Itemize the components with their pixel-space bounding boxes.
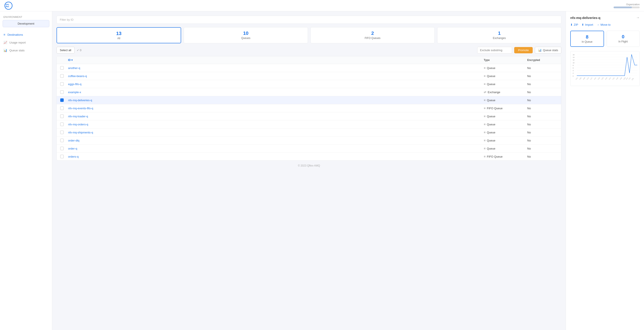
svg-text:0:01: 0:01: [576, 77, 578, 80]
type-icon-2: ≡: [484, 82, 486, 86]
org-section: Organization: [614, 3, 640, 8]
row-checkbox-0[interactable]: [60, 66, 64, 70]
table-row[interactable]: nfx-mq-loader-q ≡ Queue No: [57, 112, 561, 120]
row-type-10: ≡ Queue: [484, 147, 527, 150]
zip-action[interactable]: ⬇ ZIP: [570, 23, 578, 26]
row-id-10[interactable]: order-q: [68, 147, 484, 150]
toolbar: Select all ✓ 0 Promote 📊 Queue stats: [56, 47, 562, 54]
table-row[interactable]: nfx-mq-events-fifo-q ≡ FIFO Queue No: [57, 104, 561, 112]
stats-row: 13 All 10 Queues 2 FIFO Queues 1 Exchang…: [56, 27, 562, 43]
stat-card-fifo[interactable]: 2 FIFO Queues: [310, 27, 434, 43]
row-checkbox-7[interactable]: [60, 122, 64, 126]
table-row[interactable]: order-dlq ≡ Queue No: [57, 136, 561, 144]
in-queue-stat[interactable]: 8 In Queue: [570, 31, 604, 47]
upload-icon: ⬆: [582, 23, 584, 26]
org-label: Organization: [626, 3, 640, 6]
table-row[interactable]: eggs-fifo-q ≡ Queue No: [57, 80, 561, 88]
table-row[interactable]: orders-q ≡ FIFO Queue No: [57, 152, 561, 160]
panel-title: nfx-mq-deliveries-q: [570, 16, 600, 20]
svg-text:0:21: 0:21: [594, 77, 596, 80]
row-id-6[interactable]: nfx-mq-loader-q: [68, 115, 484, 118]
promote-button[interactable]: Promote: [514, 47, 533, 53]
row-id-1[interactable]: coffee-beans-q: [68, 74, 484, 78]
select-all-button[interactable]: Select all: [56, 47, 74, 54]
row-checkbox-6[interactable]: [60, 114, 64, 118]
move-to-action[interactable]: → Move to: [596, 23, 610, 26]
row-encrypted-10: No: [527, 147, 558, 150]
stat-card-exchanges[interactable]: 1 Exchanges: [437, 27, 562, 43]
row-id-4[interactable]: nfx-mq-deliveries-q: [68, 99, 484, 102]
row-encrypted-3: No: [527, 91, 558, 94]
in-flight-label: In Flight: [610, 40, 636, 43]
queue-stats-row: 8 In Queue 0 In Flight: [570, 31, 640, 47]
filter-input[interactable]: [60, 18, 558, 21]
chart-container: 16 14 12 10 8 6 4 2 0: [570, 51, 640, 86]
table-header: ID ▾ Type Encrypted: [57, 56, 561, 64]
svg-text:14: 14: [573, 56, 575, 58]
in-flight-stat[interactable]: 0 In Flight: [606, 31, 640, 47]
close-icon[interactable]: →: [636, 16, 640, 20]
svg-text:0:45: 0:45: [616, 77, 618, 80]
type-icon-11: ≡: [484, 155, 486, 158]
row-type-0: ≡ Queue: [484, 66, 527, 70]
row-checkbox-9[interactable]: [60, 139, 64, 142]
th-checkbox: [60, 59, 68, 62]
svg-text:0:17: 0:17: [590, 77, 593, 80]
row-id-5[interactable]: nfx-mq-events-fifo-q: [68, 107, 484, 110]
table-row[interactable]: nfx-mq-orders-q ≡ Queue No: [57, 120, 561, 128]
import-action[interactable]: ⬆ Import: [582, 23, 593, 26]
row-checkbox-cell: [60, 106, 68, 110]
row-checkbox-cell: [60, 114, 68, 118]
row-checkbox-3[interactable]: [60, 90, 64, 94]
row-encrypted-6: No: [527, 115, 558, 118]
org-bar-fill: [614, 7, 632, 8]
table-row[interactable]: coffee-beans-q ≡ Queue No: [57, 72, 561, 80]
row-encrypted-5: No: [527, 107, 558, 110]
row-type-1: ≡ Queue: [484, 74, 527, 78]
stat-label-exchanges: Exchanges: [442, 37, 557, 40]
row-id-2[interactable]: eggs-fifo-q: [68, 83, 484, 86]
row-checkbox-1[interactable]: [60, 74, 64, 78]
svg-text:0:57: 0:57: [626, 77, 628, 80]
stat-number-all: 13: [61, 31, 176, 36]
row-id-7[interactable]: nfx-mq-orders-q: [68, 123, 484, 126]
row-checkbox-cell: [60, 66, 68, 70]
row-checkbox-11[interactable]: [60, 155, 64, 158]
table-row[interactable]: another-q ≡ Queue No: [57, 64, 561, 72]
destinations-table: ID ▾ Type Encrypted another-q ≡ Queue No: [56, 56, 562, 161]
sidebar-item-destinations[interactable]: ≡ Destinations: [0, 31, 52, 39]
row-id-11[interactable]: orders-q: [68, 155, 484, 158]
queue-stats-button[interactable]: 📊 Queue stats: [535, 47, 562, 54]
row-checkbox-4[interactable]: [60, 98, 64, 102]
table-row[interactable]: example-x ⇄ Exchange No: [57, 88, 561, 96]
row-checkbox-cell: [60, 147, 68, 150]
stat-number-exchanges: 1: [442, 31, 557, 36]
table-row[interactable]: nfx-mq-deliveries-q ≡ Queue No: [57, 96, 561, 104]
row-checkbox-2[interactable]: [60, 82, 64, 86]
type-icon-7: ≡: [484, 122, 486, 126]
svg-text:0: 0: [573, 75, 574, 77]
svg-text:0:13: 0:13: [586, 77, 589, 80]
exclude-input[interactable]: [477, 47, 512, 54]
type-icon-0: ≡: [484, 66, 486, 70]
row-checkbox-8[interactable]: [60, 131, 64, 134]
table-row[interactable]: order-q ≡ Queue No: [57, 144, 561, 152]
sidebar-item-queue-stats[interactable]: 📊 Queue stats: [0, 46, 52, 54]
row-checkbox-10[interactable]: [60, 147, 64, 150]
stat-card-queues[interactable]: 10 Queues: [184, 27, 308, 43]
env-badge: Development: [2, 20, 49, 27]
env-label: Environment: [0, 16, 52, 20]
type-icon-8: ≡: [484, 131, 486, 134]
table-row[interactable]: nfx-mq-shipments-q ≡ Queue No: [57, 128, 561, 136]
row-id-3[interactable]: example-x: [68, 91, 484, 94]
th-id[interactable]: ID ▾: [68, 59, 484, 62]
row-id-0[interactable]: another-q: [68, 66, 484, 70]
row-id-8[interactable]: nfx-mq-shipments-q: [68, 131, 484, 134]
sidebar-item-usage-report[interactable]: 📈 Usage report: [0, 39, 52, 46]
stat-card-all[interactable]: 13 All: [56, 27, 181, 43]
row-id-9[interactable]: order-dlq: [68, 139, 484, 142]
svg-text:0:37: 0:37: [608, 77, 611, 80]
row-checkbox-cell: [60, 122, 68, 126]
row-checkbox-5[interactable]: [60, 106, 64, 110]
sidebar-item-label: Usage report: [9, 41, 26, 44]
